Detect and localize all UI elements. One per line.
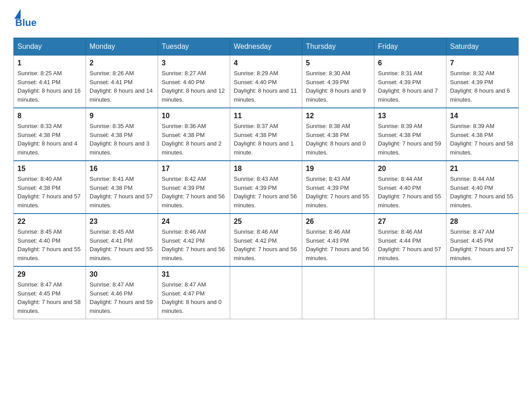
day-info: Sunrise: 8:43 AMSunset: 4:39 PMDaylight:…: [306, 176, 369, 209]
day-info: Sunrise: 8:47 AMSunset: 4:46 PMDaylight:…: [90, 281, 153, 314]
day-number: 13: [378, 112, 442, 120]
calendar-cell: 24 Sunrise: 8:46 AMSunset: 4:42 PMDaylig…: [158, 214, 230, 266]
day-number: 5: [306, 59, 370, 67]
day-number: 17: [162, 165, 226, 173]
calendar-cell: 3 Sunrise: 8:27 AMSunset: 4:40 PMDayligh…: [158, 56, 230, 108]
day-info: Sunrise: 8:30 AMSunset: 4:39 PMDaylight:…: [306, 70, 366, 103]
day-of-week-header: Sunday: [14, 38, 86, 56]
calendar-week-row: 8 Sunrise: 8:33 AMSunset: 4:38 PMDayligh…: [14, 108, 519, 161]
day-of-week-header: Monday: [86, 38, 158, 56]
day-number: 22: [17, 218, 82, 226]
day-of-week-header: Saturday: [446, 38, 519, 56]
day-info: Sunrise: 8:25 AMSunset: 4:41 PMDaylight:…: [17, 70, 81, 103]
calendar-cell: 21 Sunrise: 8:44 AMSunset: 4:40 PMDaylig…: [446, 161, 519, 214]
calendar-cell: [374, 266, 446, 319]
day-number: 23: [90, 218, 154, 226]
page-header: Blue: [13, 9, 519, 29]
calendar-cell: 1 Sunrise: 8:25 AMSunset: 4:41 PMDayligh…: [14, 56, 86, 108]
day-of-week-header: Wednesday: [230, 38, 302, 56]
day-info: Sunrise: 8:47 AMSunset: 4:47 PMDaylight:…: [162, 281, 222, 314]
day-info: Sunrise: 8:26 AMSunset: 4:41 PMDaylight:…: [90, 70, 153, 103]
day-info: Sunrise: 8:47 AMSunset: 4:45 PMDaylight:…: [450, 228, 513, 261]
day-info: Sunrise: 8:37 AMSunset: 4:38 PMDaylight:…: [234, 123, 294, 156]
day-number: 10: [162, 112, 226, 120]
calendar-cell: 10 Sunrise: 8:36 AMSunset: 4:38 PMDaylig…: [158, 108, 230, 161]
day-info: Sunrise: 8:45 AMSunset: 4:40 PMDaylight:…: [17, 228, 81, 261]
day-info: Sunrise: 8:46 AMSunset: 4:43 PMDaylight:…: [306, 228, 369, 261]
calendar-cell: 25 Sunrise: 8:46 AMSunset: 4:42 PMDaylig…: [230, 214, 302, 266]
calendar-cell: 4 Sunrise: 8:29 AMSunset: 4:40 PMDayligh…: [230, 56, 302, 108]
day-number: 29: [17, 270, 82, 278]
calendar-cell: 20 Sunrise: 8:44 AMSunset: 4:40 PMDaylig…: [374, 161, 446, 214]
day-number: 7: [450, 59, 515, 67]
calendar-week-row: 29 Sunrise: 8:47 AMSunset: 4:45 PMDaylig…: [14, 266, 519, 319]
calendar-cell: 17 Sunrise: 8:42 AMSunset: 4:39 PMDaylig…: [158, 161, 230, 214]
day-number: 11: [234, 112, 298, 120]
day-info: Sunrise: 8:45 AMSunset: 4:41 PMDaylight:…: [90, 228, 153, 261]
day-info: Sunrise: 8:46 AMSunset: 4:42 PMDaylight:…: [234, 228, 297, 261]
day-number: 9: [90, 112, 154, 120]
calendar-cell: 18 Sunrise: 8:43 AMSunset: 4:39 PMDaylig…: [230, 161, 302, 214]
day-number: 15: [17, 165, 82, 173]
day-info: Sunrise: 8:35 AMSunset: 4:38 PMDaylight:…: [90, 123, 150, 156]
day-info: Sunrise: 8:36 AMSunset: 4:38 PMDaylight:…: [162, 123, 222, 156]
day-number: 6: [378, 59, 442, 67]
day-info: Sunrise: 8:39 AMSunset: 4:38 PMDaylight:…: [378, 123, 441, 156]
day-of-week-header: Tuesday: [158, 38, 230, 56]
calendar-table: SundayMondayTuesdayWednesdayThursdayFrid…: [13, 38, 519, 319]
calendar-cell: 22 Sunrise: 8:45 AMSunset: 4:40 PMDaylig…: [14, 214, 86, 266]
calendar-week-row: 1 Sunrise: 8:25 AMSunset: 4:41 PMDayligh…: [14, 56, 519, 108]
calendar-cell: 30 Sunrise: 8:47 AMSunset: 4:46 PMDaylig…: [86, 266, 158, 319]
day-info: Sunrise: 8:44 AMSunset: 4:40 PMDaylight:…: [378, 176, 441, 209]
day-number: 27: [378, 218, 442, 226]
day-info: Sunrise: 8:29 AMSunset: 4:40 PMDaylight:…: [234, 70, 297, 103]
day-info: Sunrise: 8:32 AMSunset: 4:39 PMDaylight:…: [450, 70, 510, 103]
calendar-week-row: 15 Sunrise: 8:40 AMSunset: 4:38 PMDaylig…: [14, 161, 519, 214]
day-number: 16: [90, 165, 154, 173]
calendar-cell: 13 Sunrise: 8:39 AMSunset: 4:38 PMDaylig…: [374, 108, 446, 161]
calendar-cell: 28 Sunrise: 8:47 AMSunset: 4:45 PMDaylig…: [446, 214, 519, 266]
day-number: 8: [17, 112, 82, 120]
day-info: Sunrise: 8:40 AMSunset: 4:38 PMDaylight:…: [17, 176, 81, 209]
calendar-cell: 5 Sunrise: 8:30 AMSunset: 4:39 PMDayligh…: [302, 56, 374, 108]
calendar-cell: 27 Sunrise: 8:46 AMSunset: 4:44 PMDaylig…: [374, 214, 446, 266]
day-number: 2: [90, 59, 154, 67]
calendar-cell: 29 Sunrise: 8:47 AMSunset: 4:45 PMDaylig…: [14, 266, 86, 319]
day-number: 3: [162, 59, 226, 67]
day-info: Sunrise: 8:39 AMSunset: 4:38 PMDaylight:…: [450, 123, 513, 156]
calendar-cell: 31 Sunrise: 8:47 AMSunset: 4:47 PMDaylig…: [158, 266, 230, 319]
calendar-cell: 15 Sunrise: 8:40 AMSunset: 4:38 PMDaylig…: [14, 161, 86, 214]
day-number: 1: [17, 59, 82, 67]
day-info: Sunrise: 8:47 AMSunset: 4:45 PMDaylight:…: [17, 281, 81, 314]
day-of-week-header: Thursday: [302, 38, 374, 56]
day-info: Sunrise: 8:42 AMSunset: 4:39 PMDaylight:…: [162, 176, 225, 209]
day-info: Sunrise: 8:27 AMSunset: 4:40 PMDaylight:…: [162, 70, 225, 103]
day-number: 18: [234, 165, 298, 173]
calendar-cell: 12 Sunrise: 8:38 AMSunset: 4:38 PMDaylig…: [302, 108, 374, 161]
day-number: 30: [90, 270, 154, 278]
day-number: 31: [162, 270, 226, 278]
day-number: 14: [450, 112, 515, 120]
calendar-header-row: SundayMondayTuesdayWednesdayThursdayFrid…: [14, 38, 519, 56]
day-number: 26: [306, 218, 370, 226]
day-info: Sunrise: 8:46 AMSunset: 4:44 PMDaylight:…: [378, 228, 441, 261]
day-number: 20: [378, 165, 442, 173]
logo-subtitle: Blue: [13, 17, 37, 29]
day-info: Sunrise: 8:38 AMSunset: 4:38 PMDaylight:…: [306, 123, 366, 156]
calendar-cell: [230, 266, 302, 319]
calendar-cell: 23 Sunrise: 8:45 AMSunset: 4:41 PMDaylig…: [86, 214, 158, 266]
day-info: Sunrise: 8:33 AMSunset: 4:38 PMDaylight:…: [17, 123, 77, 156]
calendar-cell: [302, 266, 374, 319]
day-number: 28: [450, 218, 515, 226]
day-number: 24: [162, 218, 226, 226]
logo: Blue: [13, 9, 37, 29]
calendar-cell: 11 Sunrise: 8:37 AMSunset: 4:38 PMDaylig…: [230, 108, 302, 161]
calendar-cell: 9 Sunrise: 8:35 AMSunset: 4:38 PMDayligh…: [86, 108, 158, 161]
day-info: Sunrise: 8:31 AMSunset: 4:39 PMDaylight:…: [378, 70, 438, 103]
calendar-cell: 14 Sunrise: 8:39 AMSunset: 4:38 PMDaylig…: [446, 108, 519, 161]
day-info: Sunrise: 8:43 AMSunset: 4:39 PMDaylight:…: [234, 176, 297, 209]
calendar-cell: 8 Sunrise: 8:33 AMSunset: 4:38 PMDayligh…: [14, 108, 86, 161]
day-number: 12: [306, 112, 370, 120]
calendar-week-row: 22 Sunrise: 8:45 AMSunset: 4:40 PMDaylig…: [14, 214, 519, 266]
day-number: 21: [450, 165, 515, 173]
